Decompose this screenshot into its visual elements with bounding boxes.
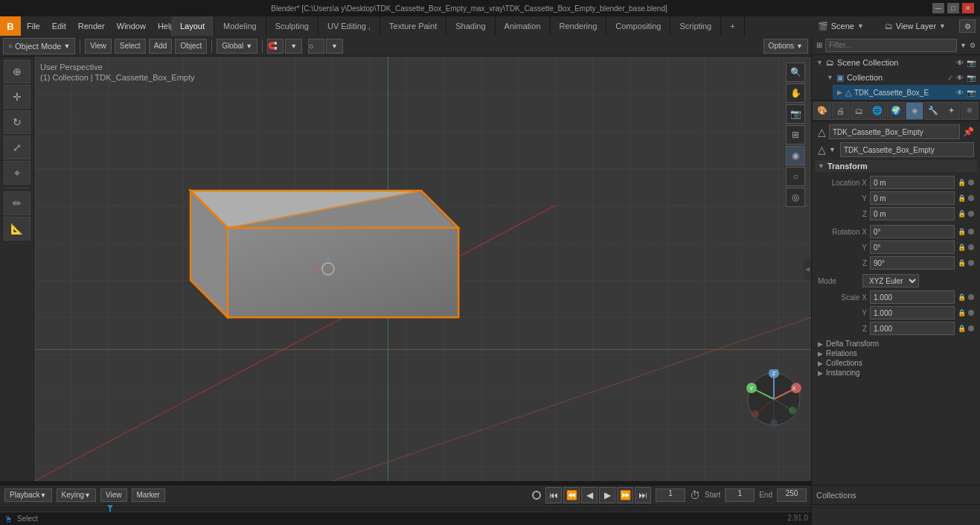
prop-modifier-icon-btn[interactable]: 🔧 [924, 102, 942, 120]
collection-render-icon[interactable]: 📷 [967, 74, 976, 82]
view-button[interactable]: View [85, 39, 112, 54]
tab-modeling[interactable]: Modeling [214, 16, 266, 36]
select-button[interactable]: Select [115, 39, 146, 54]
rotation-z-lock-icon[interactable]: 🔒 [956, 258, 967, 268]
rotation-y-lock-icon[interactable]: 🔒 [956, 242, 967, 252]
proportional-edit-button[interactable]: ○ [308, 39, 324, 54]
collections-header[interactable]: ▶ Collections [815, 358, 977, 368]
prop-object-icon-btn[interactable]: ◈ [906, 102, 923, 120]
collection-eye-icon[interactable]: 👁 [956, 74, 964, 82]
tool-transform[interactable]: ⌖ [4, 161, 31, 185]
tool-scale[interactable]: ⤢ [4, 136, 31, 159]
scale-x-lock-icon[interactable]: 🔒 [956, 292, 967, 302]
prev-keyframe-button[interactable]: ⏪ [563, 487, 580, 503]
scale-y-field[interactable]: 1.000 [870, 306, 955, 319]
play-button[interactable]: ▶ [599, 487, 615, 503]
pan-button[interactable]: ✋ [786, 83, 805, 103]
location-y-dot[interactable] [968, 195, 974, 201]
scale-x-field[interactable]: 1.000 [870, 290, 955, 304]
tab-layout[interactable]: Layout [171, 16, 214, 36]
tab-animation[interactable]: Animation [496, 16, 551, 36]
menu-window[interactable]: Window [111, 16, 152, 36]
rotation-y-dot[interactable] [968, 244, 974, 250]
viewport-3d[interactable]: User Perspective (1) Collection | TDK_Ca… [34, 57, 811, 481]
rotation-x-field[interactable]: 0° [870, 225, 955, 238]
outliner-object[interactable]: ▶ △ TDK_Cassette_Box_E 👁 📷 [833, 85, 980, 100]
xray-button[interactable]: ◎ [786, 188, 805, 207]
end-frame-field[interactable]: 250 [777, 489, 807, 502]
camera-view-button[interactable]: 📷 [786, 104, 805, 124]
object-eye-icon[interactable]: 👁 [956, 89, 964, 97]
tool-rotate[interactable]: ↻ [4, 110, 31, 134]
rotation-x-lock-icon[interactable]: 🔒 [956, 226, 967, 237]
prop-world-icon-btn[interactable]: 🌍 [887, 102, 905, 120]
instancing-header[interactable]: ▶ Instancing [815, 368, 977, 378]
jump-end-button[interactable]: ⏭ [635, 487, 651, 503]
scene-collection-eye-icon[interactable]: 👁 [956, 59, 964, 67]
location-z-field[interactable]: 0 m [870, 207, 955, 220]
global-dropdown[interactable]: Global ▼ [217, 39, 257, 54]
tab-compositing[interactable]: Compositing [606, 16, 670, 36]
navigation-gizmo[interactable]: X Y Z [744, 369, 804, 429]
pin-icon[interactable]: 📌 [963, 127, 974, 137]
relations-header[interactable]: ▶ Relations [815, 349, 977, 358]
scene-collection-render-icon[interactable]: 📷 [967, 59, 976, 67]
tool-measure[interactable]: 📐 [4, 217, 31, 241]
display-mode-button[interactable]: ◉ [786, 146, 805, 165]
keying-dropdown[interactable]: Keying ▼ [57, 489, 97, 502]
jump-start-button[interactable]: ⏮ [545, 487, 562, 503]
prop-scene-icon-btn[interactable]: 🌐 [868, 102, 886, 120]
tool-move[interactable]: ✛ [4, 85, 31, 109]
object-button[interactable]: Object [175, 39, 207, 54]
location-y-field[interactable]: 0 m [870, 191, 955, 205]
rotation-x-dot[interactable] [968, 229, 974, 235]
tab-add[interactable]: + [721, 16, 744, 36]
object-data-field[interactable] [840, 142, 974, 157]
current-frame-display[interactable]: 1 [656, 489, 685, 502]
marker-dropdown[interactable]: Marker [132, 489, 165, 502]
tab-scripting[interactable]: Scripting [670, 16, 721, 36]
close-button[interactable]: ✕ [962, 3, 974, 13]
location-x-dot[interactable] [968, 179, 974, 185]
prop-physics-icon-btn[interactable]: ⚛ [961, 102, 979, 120]
overlay-button[interactable]: ○ [786, 167, 805, 186]
record-button[interactable] [532, 491, 541, 500]
scale-x-dot[interactable] [968, 294, 974, 300]
timeline-view-dropdown[interactable]: View [100, 489, 127, 502]
options-dropdown[interactable]: Options ▼ [763, 39, 808, 54]
scale-z-field[interactable]: 1.000 [870, 322, 955, 335]
object-render-icon[interactable]: 📷 [967, 89, 976, 97]
tab-uv-editing[interactable]: UV Editing , [318, 16, 380, 36]
filter-button[interactable]: ⚙ [959, 19, 976, 33]
maximize-button[interactable]: □ [947, 3, 959, 13]
viewport-collapse-handle[interactable]: ◀ [804, 258, 811, 280]
location-x-field[interactable]: 0 m [870, 176, 955, 189]
rotation-z-field[interactable]: 90° [870, 256, 955, 270]
prop-output-icon-btn[interactable]: 🖨 [832, 102, 850, 120]
rotation-z-dot[interactable] [968, 260, 974, 266]
menu-edit[interactable]: Edit [46, 16, 72, 36]
scale-z-dot[interactable] [968, 325, 974, 331]
prop-particles-icon-btn[interactable]: ✦ [942, 102, 960, 120]
scale-z-lock-icon[interactable]: 🔒 [956, 323, 967, 334]
rotation-y-field[interactable]: 0° [870, 241, 955, 254]
location-y-lock-icon[interactable]: 🔒 [956, 193, 967, 203]
rotation-mode-select[interactable]: XYZ Euler [862, 274, 919, 287]
scale-y-dot[interactable] [968, 310, 974, 316]
outliner-collection[interactable]: ▼ ▣ Collection ✓ 👁 📷 [822, 70, 980, 85]
proportional-options-button[interactable]: ▼ [326, 39, 343, 54]
snap-options-button[interactable]: ▼ [285, 39, 302, 54]
play-reverse-button[interactable]: ◀ [581, 487, 598, 503]
tool-cursor[interactable]: ⊕ [4, 60, 31, 83]
orthographic-button[interactable]: ⊞ [786, 125, 805, 144]
menu-file[interactable]: File [21, 16, 46, 36]
tab-sculpting[interactable]: Sculpting [266, 16, 318, 36]
tool-annotate[interactable]: ✏ [4, 191, 31, 215]
delta-transform-header[interactable]: ▶ Delta Transform [815, 339, 977, 349]
object-name-field[interactable] [829, 124, 960, 139]
next-keyframe-button[interactable]: ⏩ [617, 487, 633, 503]
location-z-lock-icon[interactable]: 🔒 [956, 209, 967, 219]
add-button[interactable]: Add [149, 39, 173, 54]
location-x-lock-icon[interactable]: 🔒 [956, 177, 967, 188]
scale-y-lock-icon[interactable]: 🔒 [956, 308, 967, 318]
